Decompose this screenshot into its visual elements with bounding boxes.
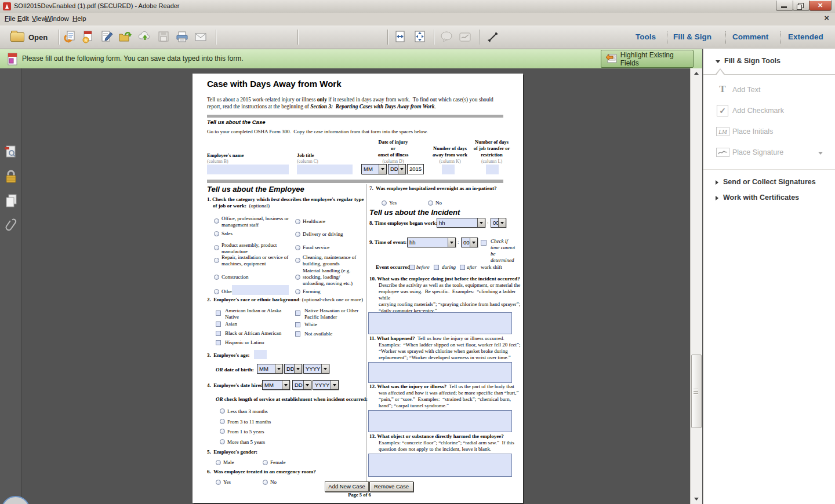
fit-page-button[interactable] (413, 30, 427, 43)
tab-fill-sign[interactable]: Fill & Sign (673, 32, 711, 41)
radio-farming[interactable] (295, 289, 300, 294)
checkbox-during[interactable] (434, 265, 439, 270)
panel-header[interactable]: Fill & Sign Tools (724, 57, 780, 65)
hired-day-dropdown[interactable]: DD (292, 380, 311, 390)
radio-cleaning[interactable] (295, 258, 300, 263)
radio-hospitalized-yes[interactable] (382, 200, 387, 206)
pages-icon[interactable] (5, 193, 17, 209)
checkbox-time-undetermined[interactable] (481, 240, 487, 246)
tab-tools[interactable]: Tools (636, 32, 656, 41)
chevron-down-icon (472, 242, 475, 244)
print-button[interactable] (175, 30, 189, 44)
reading-mode-button[interactable] (486, 30, 500, 44)
radio-other[interactable] (214, 289, 219, 294)
menu-view[interactable]: View (32, 15, 46, 22)
radio-1-5-years[interactable] (220, 429, 225, 434)
restore-button[interactable] (793, 1, 809, 11)
export-pdf-button[interactable] (81, 30, 95, 44)
section-send-collect-signatures[interactable]: Send or Collect Signatures (723, 178, 816, 186)
radio-female[interactable] (263, 460, 268, 465)
sign-document-button[interactable] (100, 30, 114, 44)
email-button[interactable] (194, 30, 208, 44)
radio-construction[interactable] (214, 275, 219, 280)
q13-textarea[interactable] (368, 454, 512, 477)
radio-hospitalized-no[interactable] (428, 200, 433, 206)
chevron-right-icon[interactable] (716, 196, 718, 200)
menu-help[interactable]: Help (72, 15, 86, 22)
minimize-button[interactable] (776, 1, 793, 11)
radio-repair[interactable] (214, 258, 219, 263)
employee-name-input[interactable] (207, 165, 289, 174)
radio-er-yes[interactable] (216, 480, 221, 485)
hired-year-dropdown[interactable]: YYYY (313, 380, 339, 390)
q12-textarea[interactable] (368, 410, 512, 432)
employee-age-input[interactable] (254, 350, 267, 359)
began-work-minute-dropdown[interactable]: 00 (491, 218, 506, 228)
security-lock-icon[interactable] (5, 169, 17, 184)
col-l-label: Number of days of job transfer or restri… (466, 139, 517, 158)
fit-width-button[interactable] (393, 30, 407, 43)
checkbox-after[interactable] (460, 265, 465, 270)
began-work-hour-dropdown[interactable]: hh (437, 218, 485, 228)
radio-more-5-years[interactable] (220, 439, 225, 444)
chevron-down-icon (400, 168, 404, 170)
share-folder-button[interactable] (118, 30, 132, 44)
checkbox-asian[interactable] (216, 322, 221, 327)
event-minute-dropdown[interactable]: 00 (461, 238, 478, 247)
q10-textarea[interactable] (368, 312, 512, 334)
page-thumbnails-icon[interactable] (4, 145, 18, 161)
dob-month-dropdown[interactable]: MM (257, 364, 283, 374)
radio-food-service[interactable] (295, 245, 300, 250)
tab-extended[interactable]: Extended (788, 32, 823, 41)
scrollbar-thumb[interactable] (691, 355, 702, 428)
scroll-down-button[interactable] (691, 494, 702, 504)
radio-product-assembly[interactable] (214, 245, 219, 250)
menu-edit[interactable]: Edit (17, 15, 29, 22)
dob-year-dropdown[interactable]: YYYY (303, 364, 329, 374)
close-bar-icon[interactable]: ✕ (824, 14, 829, 22)
section-work-with-certificates[interactable]: Work with Certificates (723, 193, 799, 202)
radio-male[interactable] (216, 460, 221, 465)
close-button[interactable]: ✕ (809, 1, 832, 11)
highlight-fields-button[interactable]: Highlight Existing Fields (601, 50, 694, 68)
remove-case-button[interactable]: Remove Case (369, 481, 413, 492)
tab-comment[interactable]: Comment (732, 32, 768, 41)
send-file-button[interactable] (63, 30, 77, 44)
radio-er-no[interactable] (263, 480, 268, 485)
checkbox-black[interactable] (216, 331, 221, 336)
cloud-upload-button[interactable] (138, 30, 152, 44)
radio-less-3-months[interactable] (220, 408, 225, 414)
hired-month-dropdown[interactable]: MM (262, 380, 290, 390)
injury-month-dropdown[interactable]: MM (361, 164, 387, 174)
menu-window[interactable]: Window (45, 15, 69, 22)
job-title-input[interactable] (297, 165, 353, 174)
other-text-input[interactable] (232, 285, 289, 295)
checkbox-american-indian[interactable] (216, 311, 221, 316)
event-hour-dropdown[interactable]: hh (407, 238, 456, 247)
checkbox-hispanic[interactable] (216, 340, 221, 345)
days-away-input[interactable] (442, 165, 455, 174)
chevron-right-icon[interactable] (716, 180, 718, 185)
radio-delivery[interactable] (295, 232, 300, 237)
dob-day-dropdown[interactable]: DD (284, 364, 302, 374)
menu-file[interactable]: File (5, 15, 16, 22)
days-restriction-input[interactable] (486, 165, 499, 174)
radio-office[interactable] (214, 218, 219, 224)
time-undetermined-note: Check if time cannot be determined (491, 238, 515, 264)
checkbox-not-available[interactable] (295, 331, 300, 337)
checkbox-before[interactable] (409, 265, 415, 270)
add-new-case-button[interactable]: Add New Case (325, 481, 369, 492)
scroll-up-button[interactable] (691, 68, 702, 78)
radio-healthcare[interactable] (295, 219, 300, 224)
radio-sales[interactable] (214, 231, 219, 236)
checkbox-native-hawaiian[interactable] (295, 311, 300, 316)
attachments-paperclip-icon[interactable] (5, 217, 17, 234)
chevron-down-icon[interactable] (716, 60, 720, 63)
radio-material-handling[interactable] (295, 275, 300, 280)
injury-day-dropdown[interactable]: DD (388, 164, 406, 174)
checkbox-white[interactable] (295, 322, 300, 327)
radio-3-11-months[interactable] (220, 419, 225, 424)
vertical-scrollbar[interactable] (690, 68, 702, 504)
open-button[interactable]: Open (6, 29, 56, 45)
q11-textarea[interactable] (368, 362, 512, 383)
